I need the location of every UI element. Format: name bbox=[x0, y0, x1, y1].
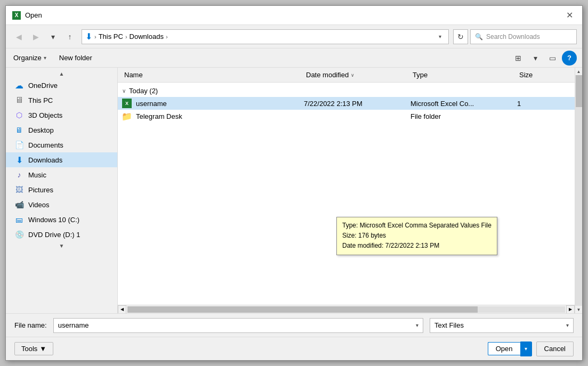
sidebar-item-music[interactable]: ♪ Music bbox=[6, 167, 117, 182]
forward-button[interactable]: ▶ bbox=[28, 29, 43, 44]
filetype-select[interactable]: Text Files ▾ bbox=[430, 318, 574, 333]
view-button[interactable]: ⊞ bbox=[511, 51, 526, 66]
path-thispc: This PC bbox=[99, 32, 123, 40]
vs-track[interactable] bbox=[575, 75, 583, 306]
scrollbar-thumb bbox=[127, 306, 478, 313]
search-bar[interactable]: 🔍 Search Downloads bbox=[470, 29, 577, 44]
sidebar-item-thispc[interactable]: 🖥 This PC bbox=[6, 93, 117, 108]
sidebar-item-pictures[interactable]: 🖼 Pictures bbox=[6, 182, 117, 197]
table-row[interactable]: 📁 Telegram Desk File folder bbox=[118, 110, 575, 123]
tools-arrow-icon: ▼ bbox=[39, 345, 46, 353]
tools-button[interactable]: Tools ▼ bbox=[14, 342, 53, 355]
sidebar-item-downloads[interactable]: ⬇ Downloads bbox=[6, 152, 117, 167]
filename-value: username bbox=[58, 321, 89, 329]
header-name-label: Name bbox=[124, 71, 143, 79]
open-dropdown-button[interactable]: ▾ bbox=[520, 341, 532, 356]
header-type[interactable]: Type bbox=[410, 70, 517, 80]
tooltip-type-label: Type: bbox=[342, 222, 358, 229]
header-date-modified[interactable]: Date modified ∨ bbox=[304, 70, 410, 80]
filename-dropdown-icon: ▾ bbox=[416, 322, 418, 328]
sidebar-label-music: Music bbox=[28, 171, 46, 179]
path-arrow-2: › bbox=[125, 34, 127, 40]
filename-input[interactable]: username ▾ bbox=[53, 318, 423, 333]
scroll-right-button[interactable]: ▶ bbox=[566, 305, 575, 314]
documents-icon: 📄 bbox=[14, 140, 24, 150]
organize-arrow-icon: ▾ bbox=[44, 55, 46, 61]
excel-file-icon: X bbox=[122, 99, 132, 108]
vs-up-button[interactable]: ▲ bbox=[575, 68, 583, 75]
up-button[interactable]: ↑ bbox=[62, 29, 77, 44]
buttons-bar: Tools ▼ Open ▾ Cancel bbox=[6, 337, 582, 360]
sidebar-item-dvddrive[interactable]: 💿 DVD Drive (D:) 1 bbox=[6, 227, 117, 242]
address-bar[interactable]: ⬇ › This PC › Downloads › ▾ bbox=[82, 29, 449, 44]
view-dropdown-button[interactable]: ▾ bbox=[528, 51, 543, 66]
bottom-bar: File name: username ▾ Text Files ▾ bbox=[6, 313, 582, 337]
windows-icon: 🖴 bbox=[14, 215, 24, 224]
scrollbar-track[interactable] bbox=[127, 306, 565, 313]
header-size[interactable]: Size bbox=[517, 70, 570, 80]
action-bar-right: ⊞ ▾ ▭ ? bbox=[511, 51, 577, 66]
sidebar-item-documents[interactable]: 📄 Documents bbox=[6, 137, 117, 152]
header-size-label: Size bbox=[519, 71, 533, 79]
address-dropdown-icon[interactable]: ▾ bbox=[434, 34, 445, 39]
horizontal-scrollbar[interactable]: ◀ ▶ bbox=[118, 305, 575, 313]
file-type-telegram: File folder bbox=[410, 112, 517, 120]
open-arrow-icon: ▾ bbox=[525, 346, 527, 352]
new-folder-label: New folder bbox=[59, 54, 92, 62]
organize-button[interactable]: Organize ▾ bbox=[11, 53, 49, 63]
action-bar: Organize ▾ New folder ⊞ ▾ ▭ ? bbox=[6, 48, 582, 68]
pane-button[interactable]: ▭ bbox=[545, 51, 560, 66]
dropdown-button[interactable]: ▾ bbox=[45, 29, 60, 44]
dvd-icon: 💿 bbox=[14, 230, 24, 239]
close-button[interactable]: ✕ bbox=[563, 9, 576, 22]
sidebar-label-pictures: Pictures bbox=[28, 186, 53, 194]
group-header-label: Today (2) bbox=[129, 87, 158, 95]
file-area: Name Date modified ∨ Type Size ∨ Today (… bbox=[118, 68, 575, 313]
sidebar-item-onedrive[interactable]: ☁ OneDrive bbox=[6, 78, 117, 93]
filetype-dropdown-icon: ▾ bbox=[566, 322, 569, 328]
cancel-button[interactable]: Cancel bbox=[536, 341, 574, 356]
new-folder-button[interactable]: New folder bbox=[57, 53, 94, 63]
path-arrow-1: › bbox=[94, 34, 96, 40]
help-button[interactable]: ? bbox=[562, 51, 577, 66]
excel-app-icon: X bbox=[12, 11, 21, 20]
file-tooltip: Type: Microsoft Excel Comma Separated Va… bbox=[336, 217, 497, 255]
music-icon: ♪ bbox=[14, 170, 24, 180]
title-bar-left: X Open bbox=[12, 11, 42, 20]
file-type-username: Microsoft Excel Co... bbox=[410, 100, 517, 108]
address-path: ⬇ › This PC › Downloads › bbox=[85, 31, 432, 42]
scroll-left-button[interactable]: ◀ bbox=[118, 305, 126, 314]
refresh-button[interactable]: ↻ bbox=[453, 29, 468, 44]
header-name[interactable]: Name bbox=[122, 70, 304, 80]
sidebar-item-3dobjects[interactable]: ⬡ 3D Objects bbox=[6, 108, 117, 123]
file-name-telegram: Telegram Desk bbox=[136, 112, 182, 120]
vs-down-button[interactable]: ▼ bbox=[575, 306, 583, 313]
file-date-username: 7/22/2022 2:13 PM bbox=[304, 100, 410, 108]
sidebar-scroll-down[interactable]: ▼ bbox=[6, 242, 117, 250]
table-row[interactable]: X username 7/22/2022 2:13 PM Microsoft E… bbox=[118, 97, 575, 110]
file-size-username: 1 bbox=[517, 100, 570, 108]
thispc-icon: 🖥 bbox=[14, 95, 24, 105]
folder-file-icon: 📁 bbox=[122, 111, 132, 121]
group-header-today[interactable]: ∨ Today (2) bbox=[118, 85, 575, 97]
sidebar-item-windows10[interactable]: 🖴 Windows 10 (C:) bbox=[6, 212, 117, 227]
filetype-value: Text Files bbox=[434, 321, 464, 329]
organize-label: Organize bbox=[13, 54, 42, 62]
tooltip-date-label: Date modified: bbox=[342, 242, 383, 249]
sidebar-label-downloads: Downloads bbox=[28, 156, 62, 164]
file-list-header: Name Date modified ∨ Type Size bbox=[118, 68, 575, 83]
sidebar-item-desktop[interactable]: 🖥 Desktop bbox=[6, 123, 117, 137]
open-dialog: X Open ✕ ◀ ▶ ▾ ↑ ⬇ › This PC › Downloads… bbox=[5, 5, 583, 361]
sidebar-scroll-up[interactable]: ▲ bbox=[6, 70, 117, 78]
search-icon: 🔍 bbox=[475, 33, 483, 40]
vertical-scrollbar[interactable]: ▲ ▼ bbox=[575, 68, 582, 313]
search-placeholder: Search Downloads bbox=[486, 33, 540, 40]
back-button[interactable]: ◀ bbox=[11, 29, 26, 44]
open-main-button[interactable]: Open bbox=[488, 342, 520, 355]
vs-thumb bbox=[576, 75, 582, 107]
filename-label: File name: bbox=[14, 321, 47, 329]
sidebar-label-videos: Videos bbox=[28, 201, 50, 209]
sidebar: ▲ ☁ OneDrive 🖥 This PC ⬡ 3D Objects 🖥 De… bbox=[6, 68, 118, 313]
header-date-label: Date modified bbox=[306, 71, 349, 79]
sidebar-item-videos[interactable]: 📹 Videos bbox=[6, 197, 117, 212]
